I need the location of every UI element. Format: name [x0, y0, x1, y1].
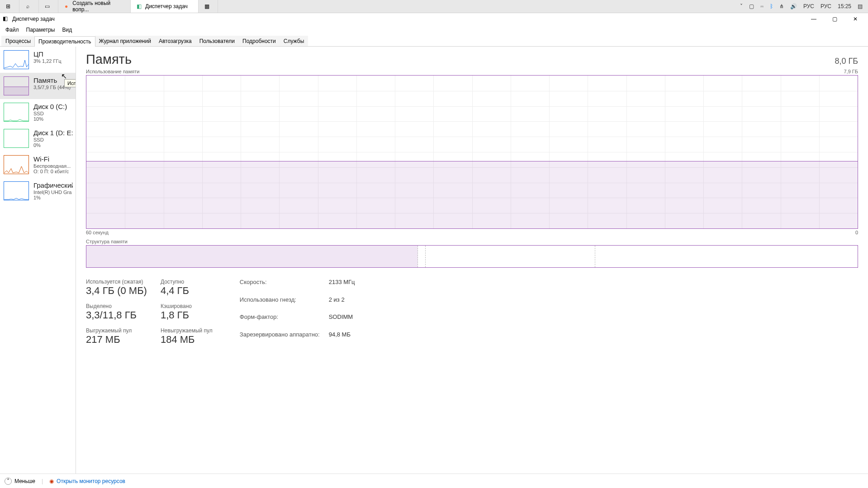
start-button[interactable]: ⊞: [0, 0, 19, 13]
window-title: Диспетчер задач: [12, 16, 55, 22]
resmon-label: Открыть монитор ресурсов: [57, 478, 125, 484]
form-key: Форм-фактор:: [240, 313, 320, 328]
memory-usage-fill: [86, 161, 858, 228]
composition-standby: [426, 246, 595, 267]
sidebar-disk0-title: Диск 0 (C:): [33, 103, 67, 110]
taskmanager-icon: ◧: [135, 3, 142, 10]
tab-processes[interactable]: Процессы: [1, 36, 35, 46]
slots-key: Использовано гнезд:: [240, 296, 320, 311]
usage-chart-label: Использование памяти: [86, 69, 139, 74]
search-icon: ⌕: [24, 3, 31, 10]
nonpaged-value: 184 МБ: [161, 334, 213, 346]
tray-square-icon[interactable]: ▢: [749, 3, 754, 9]
sidebar-disk0-sub2: 10%: [33, 116, 67, 122]
menu-bar: Файл Параметры Вид: [0, 25, 868, 35]
memory-composition-bar[interactable]: [86, 245, 858, 268]
memory-mini-graph: [4, 76, 29, 95]
used-value: 3,4 ГБ (0 МБ): [86, 285, 147, 297]
composition-free: [595, 246, 858, 267]
commit-label: Выделено: [86, 303, 147, 309]
sidebar-gpu-sub1: Intel(R) UHD Gra: [33, 190, 73, 195]
firefox-icon: ●: [63, 3, 70, 10]
maximize-button[interactable]: ▢: [825, 14, 844, 24]
os-taskbar: ⊞ ⌕ ▭ ●Создать новый вопр... ◧Диспетчер …: [0, 0, 868, 13]
chevron-up-icon: ˄: [5, 478, 12, 485]
tray-battery-icon[interactable]: ⎓: [760, 3, 764, 9]
avail-value: 4,4 ГБ: [161, 285, 213, 297]
tab-users[interactable]: Пользователи: [195, 36, 239, 46]
speed-key: Скорость:: [240, 279, 320, 294]
chart-zero: 0: [855, 230, 858, 235]
taskbar-app-other[interactable]: ▦: [199, 0, 218, 13]
minimize-button[interactable]: —: [804, 14, 824, 24]
sidebar-item-memory[interactable]: Память3,5/7,9 ГБ (44%) ↖ Используется: [0, 73, 76, 99]
search-button[interactable]: ⌕: [19, 0, 39, 13]
disk0-mini-graph: [4, 103, 29, 122]
tab-performance[interactable]: Производительность: [34, 36, 95, 47]
cached-value: 1,8 ГБ: [161, 309, 213, 321]
sidebar-wifi-title: Wi-Fi: [33, 155, 71, 163]
tray-chevron-icon[interactable]: ˅: [740, 3, 743, 9]
tray-notifications-icon[interactable]: ▤: [858, 3, 863, 9]
svg-rect-0: [4, 87, 28, 95]
performance-sidebar: ЦП3% 1,22 ГГц Память3,5/7,9 ГБ (44%) ↖ И…: [0, 47, 76, 474]
taskview-icon: ▭: [43, 3, 51, 10]
tray-volume-icon[interactable]: 🔊: [790, 3, 797, 9]
sidebar-item-disk0[interactable]: Диск 0 (C:)SSD10%: [0, 99, 76, 125]
main-panel: Память 8,0 ГБ Использование памяти 7,9 Г…: [76, 47, 868, 474]
paged-value: 217 МБ: [86, 334, 147, 346]
sidebar-wifi-sub1: Беспроводная...: [33, 163, 71, 169]
memory-capacity: 8,0 ГБ: [835, 57, 858, 66]
taskbar-app-firefox[interactable]: ●Создать новый вопр...: [58, 0, 131, 13]
taskbar-label: Создать новый вопр...: [72, 0, 126, 13]
composition-in-use: [86, 246, 418, 267]
menu-file[interactable]: Файл: [2, 26, 22, 34]
fewer-label: Меньше: [14, 478, 35, 484]
tray-bluetooth-icon[interactable]: ᛒ: [770, 3, 773, 9]
memory-usage-chart[interactable]: [86, 75, 858, 229]
sidebar-item-wifi[interactable]: Wi-FiБеспроводная...О: 0 П: 0 кбит/с: [0, 152, 76, 178]
menu-options[interactable]: Параметры: [23, 26, 58, 34]
taskview-button[interactable]: ▭: [39, 0, 58, 13]
tab-details[interactable]: Подробности: [238, 36, 280, 46]
taskbar-app-taskmanager[interactable]: ◧Диспетчер задач: [131, 0, 199, 13]
sidebar-gpu-sub2: 1%: [33, 195, 73, 200]
gpu-mini-graph: [4, 181, 29, 200]
tray-time[interactable]: 15:25: [838, 3, 851, 9]
sidebar-cpu-title: ЦП: [33, 50, 62, 58]
window-app-icon: ◧: [3, 15, 10, 23]
sidebar-item-cpu[interactable]: ЦП3% 1,22 ГГц: [0, 47, 76, 73]
close-button[interactable]: ✕: [845, 14, 865, 24]
chart-time-axis: 60 секунд: [86, 230, 109, 235]
sidebar-disk1-sub1: SSD: [33, 137, 73, 142]
tab-startup[interactable]: Автозагрузка: [155, 36, 196, 46]
tray-lang1[interactable]: РУС: [803, 3, 814, 9]
nonpaged-label: Невыгружаемый пул: [161, 327, 213, 334]
taskbar-label: Диспетчер задач: [145, 3, 188, 9]
cpu-mini-graph: [4, 50, 29, 69]
menu-view[interactable]: Вид: [59, 26, 75, 34]
fewer-details-button[interactable]: ˄ Меньше: [5, 478, 35, 485]
memory-composition-label: Структура памяти: [86, 239, 858, 244]
usage-chart-max: 7,9 ГБ: [844, 69, 858, 74]
sidebar-wifi-sub2: О: 0 П: 0 кбит/с: [33, 169, 71, 174]
speed-val: 2133 МГц: [329, 279, 355, 294]
tray-wifi-icon[interactable]: ⋔: [779, 3, 784, 9]
open-resource-monitor-link[interactable]: ◉ Открыть монитор ресурсов: [49, 478, 125, 484]
wifi-mini-graph: [4, 155, 29, 174]
slots-val: 2 из 2: [329, 296, 355, 311]
sidebar-cpu-sub: 3% 1,22 ГГц: [33, 58, 62, 64]
windows-icon: ⊞: [5, 3, 12, 10]
avail-label: Доступно: [161, 279, 213, 285]
window-titlebar: ◧ Диспетчер задач — ▢ ✕: [0, 13, 868, 25]
tab-services[interactable]: Службы: [280, 36, 308, 46]
resmon-icon: ◉: [49, 478, 54, 484]
sidebar-disk1-sub2: 0%: [33, 142, 73, 148]
tab-apphistory[interactable]: Журнал приложений: [95, 36, 155, 46]
commit-value: 3,3/11,8 ГБ: [86, 309, 147, 321]
hwres-val: 94,8 МБ: [329, 331, 355, 346]
composition-modified: [418, 246, 426, 267]
sidebar-item-disk1[interactable]: Диск 1 (D: E:)SSD0%: [0, 125, 76, 152]
sidebar-item-gpu[interactable]: ГрафическийIntel(R) UHD Gra1%: [0, 178, 76, 204]
tray-lang2[interactable]: РУС: [821, 3, 831, 9]
